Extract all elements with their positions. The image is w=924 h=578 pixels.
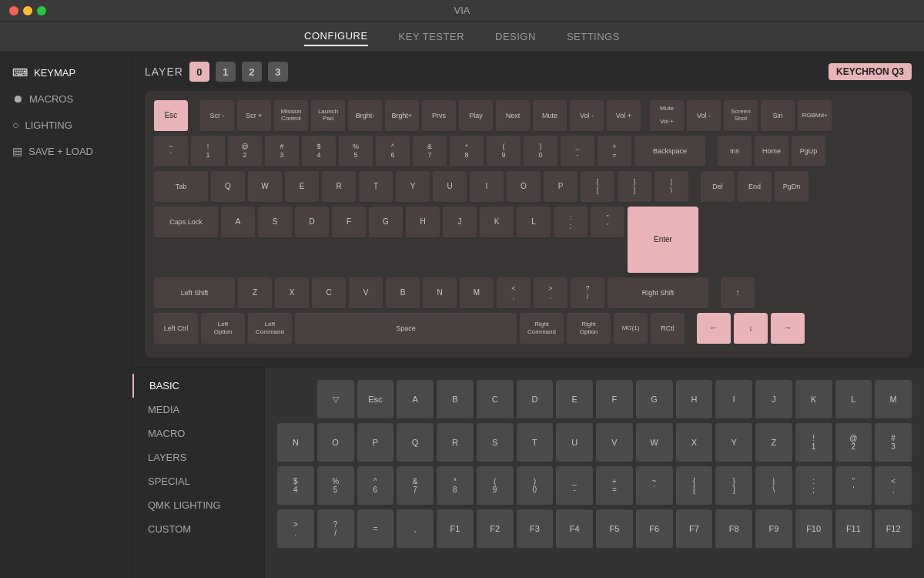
key-rbracket[interactable]: }] bbox=[618, 171, 651, 203]
key-esc[interactable]: Esc bbox=[154, 100, 188, 133]
key-pgdn[interactable]: PgDn bbox=[775, 171, 808, 203]
picker-key-j[interactable]: J bbox=[755, 380, 792, 420]
category-layers[interactable]: LAYERS bbox=[132, 445, 264, 469]
key-v[interactable]: V bbox=[349, 277, 383, 310]
picker-key-hash[interactable]: #3 bbox=[875, 423, 912, 463]
picker-key-pipe[interactable]: |\ bbox=[755, 466, 792, 506]
picker-key-excl[interactable]: !1 bbox=[795, 423, 832, 463]
key-right[interactable]: → bbox=[771, 313, 805, 345]
layer-btn-0[interactable]: 0 bbox=[189, 62, 209, 82]
picker-key-m[interactable]: M bbox=[875, 380, 912, 420]
key-3[interactable]: #3 bbox=[265, 136, 299, 168]
picker-key-w[interactable]: W bbox=[636, 423, 673, 463]
picker-key-p[interactable]: P bbox=[357, 423, 394, 463]
key-end[interactable]: End bbox=[738, 171, 772, 203]
key-h[interactable]: H bbox=[406, 207, 440, 239]
key-p[interactable]: P bbox=[544, 171, 578, 203]
key-quote[interactable]: "' bbox=[591, 207, 624, 239]
key-s[interactable]: S bbox=[258, 207, 292, 239]
picker-key-k[interactable]: K bbox=[795, 380, 832, 420]
category-custom[interactable]: CUSTOM bbox=[132, 517, 264, 541]
sidebar-item-keymap[interactable]: ⌨ KEYMAP bbox=[0, 60, 132, 85]
key-e[interactable]: E bbox=[285, 171, 319, 203]
picker-key-f7[interactable]: F7 bbox=[676, 509, 713, 549]
key-rgbmd[interactable]: RGBMd+ bbox=[798, 100, 832, 133]
key-7[interactable]: &7 bbox=[413, 136, 447, 168]
key-t[interactable]: T bbox=[359, 171, 393, 203]
nav-key-tester[interactable]: KEY TESTER bbox=[399, 28, 464, 45]
picker-key-f2[interactable]: F2 bbox=[477, 509, 514, 549]
key-a[interactable]: A bbox=[221, 207, 255, 239]
picker-key-i[interactable]: I bbox=[715, 380, 752, 420]
picker-key-f1[interactable]: F1 bbox=[437, 509, 474, 549]
key-scr-plus[interactable]: Scr + bbox=[237, 100, 271, 133]
picker-key-d[interactable]: D bbox=[517, 380, 554, 420]
picker-key-f9[interactable]: F9 bbox=[755, 509, 792, 549]
picker-key-underscore[interactable]: _- bbox=[556, 466, 593, 506]
picker-key-percent[interactable]: %5 bbox=[317, 466, 354, 506]
key-rctl[interactable]: RCtl bbox=[651, 313, 685, 345]
picker-key-u[interactable]: U bbox=[556, 423, 593, 463]
key-i[interactable]: I bbox=[470, 171, 504, 203]
picker-key-rbrace[interactable]: }] bbox=[715, 466, 752, 506]
picker-key-t[interactable]: T bbox=[517, 423, 554, 463]
picker-key-x[interactable]: X bbox=[676, 423, 713, 463]
category-media[interactable]: MEDIA bbox=[132, 398, 264, 422]
picker-key-f3[interactable]: F3 bbox=[517, 509, 554, 549]
key-prvs[interactable]: Prvs bbox=[422, 100, 456, 133]
picker-key-q[interactable]: Q bbox=[397, 423, 434, 463]
picker-key-amp[interactable]: &7 bbox=[397, 466, 434, 506]
key-n[interactable]: N bbox=[423, 277, 457, 310]
key-home[interactable]: Home bbox=[755, 136, 788, 168]
key-period[interactable]: >. bbox=[534, 277, 567, 310]
nav-configure[interactable]: CONFIGURE bbox=[304, 27, 368, 46]
key-mo1[interactable]: MO(1) bbox=[614, 313, 648, 345]
key-del[interactable]: Del bbox=[701, 171, 735, 203]
key-j[interactable]: J bbox=[443, 207, 477, 239]
picker-key-question[interactable]: ?/ bbox=[317, 509, 354, 549]
key-f[interactable]: F bbox=[332, 207, 366, 239]
key-9[interactable]: (9 bbox=[487, 136, 521, 168]
key-0[interactable]: )0 bbox=[524, 136, 557, 168]
picker-key-c[interactable]: C bbox=[477, 380, 514, 420]
picker-key-n[interactable]: N bbox=[277, 423, 314, 463]
picker-key-f12[interactable]: F12 bbox=[875, 509, 912, 549]
picker-key-esc[interactable]: Esc bbox=[357, 380, 394, 420]
key-6[interactable]: ^6 bbox=[376, 136, 410, 168]
key-equals[interactable]: += bbox=[598, 136, 631, 168]
picker-key-f5[interactable]: F5 bbox=[596, 509, 633, 549]
sidebar-item-macros[interactable]: ⏺ MACROS bbox=[0, 86, 132, 111]
picker-key-caret[interactable]: ^6 bbox=[357, 466, 394, 506]
sidebar-item-lighting[interactable]: ○ LIGHTING bbox=[0, 113, 132, 137]
key-mission-control[interactable]: MissionControl bbox=[274, 100, 308, 133]
key-left-ctrl[interactable]: Left Ctrl bbox=[154, 313, 198, 345]
picker-key-comma[interactable]: , bbox=[397, 509, 434, 549]
picker-key-f10[interactable]: F10 bbox=[795, 509, 832, 549]
key-r[interactable]: R bbox=[322, 171, 356, 203]
key-o[interactable]: O bbox=[507, 171, 541, 203]
key-right-command[interactable]: RightCommand bbox=[520, 313, 564, 345]
key-b[interactable]: B bbox=[386, 277, 420, 310]
picker-key-equals[interactable]: = bbox=[357, 509, 394, 549]
key-up[interactable]: ↑ bbox=[721, 277, 755, 310]
key-pgup[interactable]: PgUp bbox=[792, 136, 825, 168]
key-tilde[interactable]: ~` bbox=[154, 136, 188, 168]
key-q[interactable]: Q bbox=[211, 171, 245, 203]
picker-key-f[interactable]: F bbox=[596, 380, 633, 420]
key-x[interactable]: X bbox=[275, 277, 309, 310]
key-semicolon[interactable]: :; bbox=[554, 207, 588, 239]
key-4[interactable]: $4 bbox=[302, 136, 336, 168]
picker-key-z[interactable]: Z bbox=[755, 423, 792, 463]
key-1[interactable]: !1 bbox=[191, 136, 225, 168]
key-vol-minus2[interactable]: Vol - bbox=[687, 100, 721, 133]
key-w[interactable]: W bbox=[248, 171, 282, 203]
category-macro[interactable]: MACRO bbox=[132, 422, 264, 445]
key-z[interactable]: Z bbox=[238, 277, 272, 310]
picker-key-f4[interactable]: F4 bbox=[556, 509, 593, 549]
nav-design[interactable]: DESIGN bbox=[495, 28, 536, 45]
picker-key-f11[interactable]: F11 bbox=[835, 509, 872, 549]
picker-key-o[interactable]: O bbox=[317, 423, 354, 463]
key-y[interactable]: Y bbox=[396, 171, 430, 203]
minimize-button[interactable] bbox=[23, 6, 32, 15]
picker-key-colon[interactable]: :; bbox=[795, 466, 832, 506]
